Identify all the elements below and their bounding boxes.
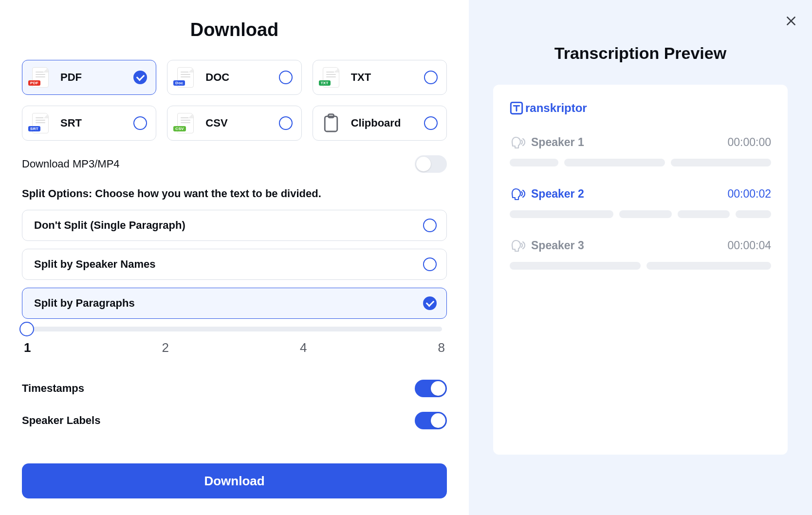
slider-thumb[interactable]: [19, 322, 34, 336]
csv-file-icon: CSV: [175, 113, 196, 133]
skeleton-bar: [510, 210, 613, 218]
skeleton-bar: [619, 210, 671, 218]
split-option-label: Don't Split (Single Paragraph): [34, 219, 423, 232]
head-voice-icon: [510, 134, 525, 150]
skeleton-row: [510, 159, 771, 166]
radio-icon: [133, 116, 147, 130]
format-label: Clipboard: [351, 117, 424, 129]
doc-file-icon: Doc: [175, 67, 196, 88]
download-button[interactable]: Download: [22, 463, 447, 498]
split-options-heading: Split Options: Choose how you want the t…: [22, 187, 447, 200]
format-option-clipboard[interactable]: Clipboard: [313, 106, 447, 141]
format-label: CSV: [205, 117, 278, 129]
srt-file-icon: SRT: [30, 113, 51, 133]
split-option-label: Split by Speaker Names: [34, 258, 423, 271]
format-option-csv[interactable]: CSV CSV: [167, 106, 301, 141]
preview-panel: Transcription Preview ranskriptor Speake…: [469, 0, 812, 515]
format-option-txt[interactable]: TXT TXT: [313, 60, 447, 95]
split-option-speaker[interactable]: Split by Speaker Names: [22, 249, 447, 280]
pdf-file-icon: PDF: [30, 67, 51, 88]
slider-ticks: 1 2 4 8: [22, 340, 447, 355]
slider-tick: 2: [162, 340, 169, 355]
head-voice-icon: [510, 186, 525, 202]
skeleton-row: [510, 262, 771, 270]
format-option-srt[interactable]: SRT SRT: [22, 106, 156, 141]
speaker-labels-row: Speaker Labels: [22, 412, 447, 429]
timestamps-label: Timestamps: [22, 382, 84, 395]
speaker-time: 00:00:04: [727, 239, 771, 252]
radio-checked-icon: [423, 296, 437, 310]
skeleton-bar: [510, 159, 558, 166]
skeleton-bar: [736, 210, 771, 218]
speaker-header: Speaker 100:00:00: [510, 134, 771, 150]
speaker-name: Speaker 2: [531, 187, 584, 201]
speaker-time: 00:00:02: [727, 187, 771, 201]
slider-tick: 1: [24, 340, 31, 355]
skeleton-bar: [671, 159, 771, 166]
speaker-block: Speaker 200:00:02: [510, 186, 771, 218]
toggle-knob: [431, 381, 445, 396]
skeleton-bar: [646, 262, 771, 270]
speaker-block: Speaker 300:00:04: [510, 238, 771, 270]
toggle-knob: [416, 157, 431, 171]
txt-file-icon: TXT: [321, 67, 341, 88]
format-option-pdf[interactable]: PDF PDF: [22, 60, 156, 95]
radio-icon: [279, 116, 293, 130]
download-panel: Download PDF PDF Doc DOC TXT TX: [0, 0, 469, 515]
transkriptor-logo-icon: [510, 101, 523, 115]
speaker-time: 00:00:00: [727, 136, 771, 149]
download-media-label: Download MP3/MP4: [22, 158, 120, 170]
timestamps-toggle[interactable]: [415, 380, 447, 397]
speaker-header: Speaker 200:00:02: [510, 186, 771, 202]
skeleton-bar: [564, 159, 664, 166]
format-label: SRT: [60, 117, 133, 129]
preview-title: Transcription Preview: [483, 44, 797, 63]
format-option-doc[interactable]: Doc DOC: [167, 60, 301, 95]
page-title: Download: [22, 19, 447, 40]
format-grid: PDF PDF Doc DOC TXT TXT: [22, 60, 447, 141]
skeleton-row: [510, 210, 771, 218]
speaker-left: Speaker 1: [510, 134, 584, 150]
slider-tick: 8: [438, 340, 445, 355]
split-option-paragraphs[interactable]: Split by Paragraphs: [22, 288, 447, 319]
format-label: PDF: [60, 71, 133, 84]
download-media-toggle[interactable]: [415, 155, 447, 173]
split-option-single[interactable]: Don't Split (Single Paragraph): [22, 210, 447, 241]
toggle-knob: [431, 413, 445, 428]
radio-icon: [424, 116, 438, 130]
close-icon[interactable]: [785, 15, 797, 29]
radio-icon: [279, 71, 293, 84]
radio-icon: [423, 258, 437, 271]
speaker-name: Speaker 3: [531, 239, 584, 252]
speaker-left: Speaker 2: [510, 186, 584, 202]
skeleton-bar: [510, 262, 641, 270]
format-label: TXT: [351, 71, 424, 84]
speaker-name: Speaker 1: [531, 136, 584, 149]
timestamps-row: Timestamps: [22, 380, 447, 397]
radio-icon: [424, 71, 438, 84]
brand-logo: ranskriptor: [510, 101, 771, 115]
radio-checked-icon: [133, 71, 147, 84]
speaker-labels-toggle[interactable]: [415, 412, 447, 429]
download-media-row: Download MP3/MP4: [22, 155, 447, 173]
head-voice-icon: [510, 238, 525, 253]
speaker-labels-label: Speaker Labels: [22, 414, 100, 427]
speaker-block: Speaker 100:00:00: [510, 134, 771, 166]
split-option-label: Split by Paragraphs: [34, 297, 423, 310]
skeleton-bar: [678, 210, 730, 218]
slider-tick: 4: [300, 340, 307, 355]
preview-card: ranskriptor Speaker 100:00:00 Speaker 20…: [493, 85, 788, 455]
speaker-left: Speaker 3: [510, 238, 584, 253]
paragraph-slider: 1 2 4 8: [22, 327, 447, 355]
speaker-header: Speaker 300:00:04: [510, 238, 771, 253]
format-label: DOC: [205, 71, 278, 84]
svg-rect-0: [325, 116, 337, 131]
slider-track[interactable]: [27, 327, 442, 331]
brand-text: ranskriptor: [525, 101, 587, 115]
clipboard-icon: [321, 113, 341, 133]
radio-icon: [423, 219, 437, 232]
